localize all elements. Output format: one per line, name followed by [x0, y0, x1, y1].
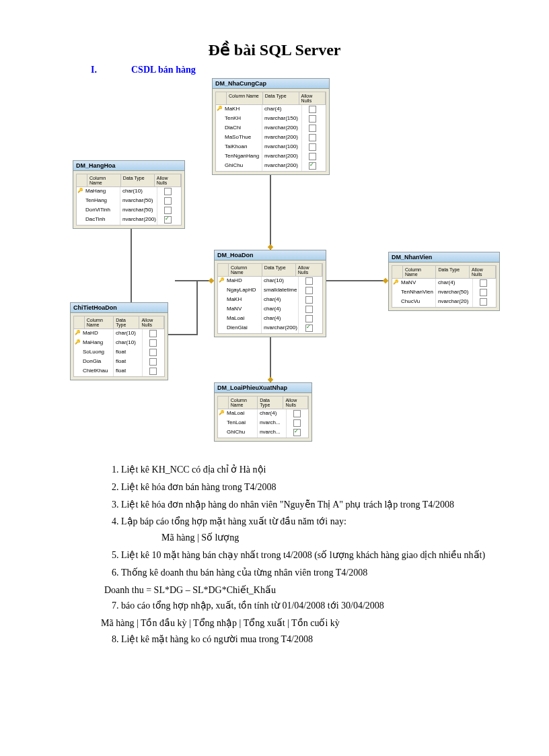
- allow-null: [286, 419, 307, 428]
- table-rows: 🔑MaNVchar(4)TenNhanViennvarchar(50)ChucV…: [392, 279, 496, 307]
- column-type: char(4): [435, 279, 472, 288]
- allow-null: [157, 197, 178, 206]
- column-type: nvarchar(200): [262, 162, 301, 171]
- col-header: Allow Nulls: [139, 316, 164, 329]
- allow-null: [157, 206, 178, 215]
- table-loaiphieu: DM_LoaiPhieuXuatNhap Column Name Data Ty…: [214, 382, 312, 442]
- column-type: nvarchar(50): [120, 197, 157, 206]
- table-row: 🔑MaNVchar(4): [392, 279, 496, 288]
- col-header: Data Type: [263, 92, 299, 104]
- checkbox-icon: [480, 289, 487, 296]
- column-name: NgayLapHD: [225, 286, 261, 296]
- rel-endpoint: [383, 278, 388, 283]
- key-icon: 🔑: [75, 339, 81, 344]
- allow-null: [472, 298, 493, 307]
- checkbox-icon: [309, 153, 316, 160]
- question-item: Thống kê doanh thu bán hàng của từng nhâ…: [121, 565, 488, 581]
- table-row: DacTinhnvarchar(200): [77, 215, 181, 225]
- column-name: DiaChi: [223, 124, 262, 133]
- question-item: Liệt kê hóa đơn nhập hàng do nhân viên "…: [121, 497, 488, 513]
- rel-endpoint: [268, 244, 273, 250]
- table-row: TenKHnvarchar(150): [216, 114, 326, 124]
- checkbox-icon: [293, 419, 301, 427]
- er-diagram: DM_NhaCungCap Column Name Data Type Allo…: [0, 78, 549, 455]
- column-name: SoLuong: [81, 348, 113, 357]
- column-type: nvarch...: [257, 428, 286, 438]
- checkbox-icon: [293, 410, 301, 417]
- question-item: Lập báp cáo tổng hợp mặt hàng xuất từ đầ…: [121, 514, 488, 546]
- column-name: TaiKhoan: [223, 143, 262, 152]
- allow-null: [142, 348, 163, 357]
- table-row: MaKHchar(4): [218, 296, 322, 305]
- table-row: NgayLapHDsmalldatetime: [218, 286, 322, 296]
- table-row: SoLuongfloat: [74, 348, 164, 357]
- checkbox-icon: [480, 298, 487, 306]
- column-type: nvarchar(50): [435, 288, 472, 298]
- table-rows: 🔑MaLoaichar(4)TenLoainvarch...GhiChunvar…: [218, 409, 308, 438]
- table-row: MaSoThuenvarchar(200): [216, 133, 326, 143]
- section-header: I. CSDL bán hàng: [91, 65, 549, 75]
- table-row: ChucVunvarchar(20): [392, 298, 496, 307]
- allow-null: [286, 428, 307, 438]
- allow-null: [142, 357, 163, 367]
- table-row: GhiChunvarch...: [218, 428, 308, 438]
- col-header: Allow Nulls: [296, 264, 322, 276]
- column-name: TenNhanVien: [399, 288, 435, 298]
- allow-null: [142, 329, 163, 339]
- column-name: MaHang: [81, 339, 113, 348]
- column-name: MaLoai: [225, 314, 261, 324]
- table-rows: 🔑MaHangchar(10)TenHangnvarchar(50)DonViT…: [77, 187, 181, 225]
- checkbox-icon: [309, 106, 316, 113]
- checkbox-icon: [293, 429, 301, 436]
- section-number: I.: [91, 65, 131, 75]
- table-row: DonGiafloat: [74, 357, 164, 367]
- col-header: Data Type: [114, 316, 139, 329]
- column-name: DienGiai: [225, 324, 261, 333]
- allow-null: [301, 124, 322, 133]
- table-title: ChiTietHoaDon: [71, 303, 168, 313]
- col-header: Column Name: [403, 266, 437, 278]
- table-row: ChietKhaufloat: [74, 367, 164, 376]
- column-type: char(4): [261, 296, 298, 305]
- column-name: MaLoai: [225, 409, 257, 419]
- checkbox-icon: [149, 358, 157, 366]
- checkbox-icon: [149, 339, 157, 347]
- allow-null: [142, 339, 163, 348]
- col-header: Allow Nulls: [470, 266, 496, 278]
- column-type: char(10): [261, 277, 298, 286]
- allow-null: [298, 305, 319, 314]
- table-hanghoa: DM_HangHoa Column Name Data Type Allow N…: [73, 160, 185, 229]
- table-row: 🔑MaKHchar(4): [216, 105, 326, 114]
- checkbox-icon: [309, 125, 316, 132]
- column-name: TenHang: [83, 197, 120, 206]
- column-type: char(10): [120, 187, 157, 197]
- table-row: 🔑MaHangchar(10): [77, 187, 181, 197]
- column-type: nvarch...: [257, 419, 286, 428]
- allow-null: [157, 187, 178, 197]
- question-sub: Mã hàng | Tồn đầu kỳ | Tổng nhập | Tổng …: [101, 615, 488, 631]
- key-icon: 🔑: [77, 188, 83, 193]
- col-header: Column Name: [87, 174, 121, 186]
- rel-line: [166, 334, 198, 335]
- checkbox-icon: [164, 216, 172, 224]
- table-row: MaNVchar(4): [218, 305, 322, 314]
- col-header: Allow Nulls: [155, 174, 181, 186]
- column-name: MaNV: [225, 305, 261, 314]
- allow-null: [157, 215, 178, 225]
- col-header: Allow Nulls: [299, 92, 326, 104]
- checkbox-icon: [305, 306, 313, 313]
- allow-null: [301, 143, 322, 152]
- column-type: nvarchar(200): [262, 124, 301, 133]
- col-header: Allow Nulls: [283, 397, 308, 409]
- checkbox-icon: [164, 207, 172, 214]
- column-type: smalldatetime: [261, 286, 298, 296]
- column-name: GhiChu: [223, 162, 262, 171]
- allow-null: [472, 279, 493, 288]
- table-row: DienGiainvarchar(200): [218, 324, 322, 333]
- allow-null: [298, 296, 319, 305]
- column-name: TenKH: [223, 114, 262, 124]
- question-item: Liệt kê hóa đơn bán hàng trong T4/2008: [121, 479, 488, 495]
- allow-null: [301, 105, 322, 114]
- checkbox-icon: [305, 277, 313, 285]
- table-row: 🔑MaLoaichar(4): [218, 409, 308, 419]
